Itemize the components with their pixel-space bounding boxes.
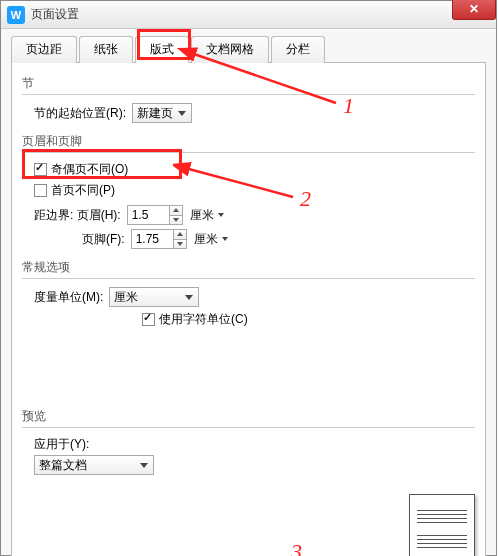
char-unit-checkbox[interactable] (142, 313, 155, 326)
footer-distance-label: 页脚(F): (82, 231, 125, 248)
footer-distance-input[interactable]: 1.75 (131, 229, 187, 249)
apply-to-label: 应用于(Y): (34, 436, 89, 453)
section-title-general: 常规选项 (22, 259, 475, 276)
tab-columns[interactable]: 分栏 (271, 36, 325, 63)
section-start-select[interactable]: 新建页 (132, 103, 192, 123)
measure-unit-label: 度量单位(M): (34, 289, 103, 306)
tab-grid[interactable]: 文档网格 (191, 36, 269, 63)
section-title-preview: 预览 (22, 408, 475, 425)
tab-panel: 节 节的起始位置(R): 新建页 页眉和页脚 奇偶页不同(O) 首页不同(P) … (11, 63, 486, 556)
annotation-1: 1 (343, 93, 354, 119)
footer-unit-select[interactable]: 厘米 (191, 230, 231, 249)
section-title-header-footer: 页眉和页脚 (22, 133, 475, 150)
spinner-down-icon[interactable] (170, 215, 182, 225)
annotation-3: 3 (291, 539, 302, 556)
titlebar: W 页面设置 ✕ (1, 1, 496, 29)
section-title-section: 节 (22, 75, 475, 92)
window-title: 页面设置 (31, 6, 79, 23)
preview-thumbnail (409, 494, 475, 556)
header-distance-input[interactable]: 1.5 (127, 205, 183, 225)
annotation-2: 2 (300, 186, 311, 212)
first-page-label: 首页不同(P) (51, 182, 115, 199)
first-page-checkbox[interactable] (34, 184, 47, 197)
char-unit-label: 使用字符单位(C) (159, 311, 248, 328)
spinner-up-icon[interactable] (174, 230, 186, 239)
odd-even-checkbox[interactable] (34, 163, 47, 176)
tabs: 页边距 纸张 版式 文档网格 分栏 (11, 35, 486, 63)
app-icon: W (7, 6, 25, 24)
tab-layout[interactable]: 版式 (135, 36, 189, 63)
close-button[interactable]: ✕ (452, 0, 496, 20)
close-icon: ✕ (469, 2, 479, 16)
header-unit-select[interactable]: 厘米 (187, 206, 227, 225)
tab-margins[interactable]: 页边距 (11, 36, 77, 63)
odd-even-label: 奇偶页不同(O) (51, 161, 128, 178)
spinner-up-icon[interactable] (170, 206, 182, 215)
header-distance-label: 距边界: 页眉(H): (34, 207, 121, 224)
tab-paper[interactable]: 纸张 (79, 36, 133, 63)
section-start-label: 节的起始位置(R): (34, 105, 126, 122)
apply-to-select[interactable]: 整篇文档 (34, 455, 154, 475)
spinner-down-icon[interactable] (174, 239, 186, 249)
measure-unit-select[interactable]: 厘米 (109, 287, 199, 307)
